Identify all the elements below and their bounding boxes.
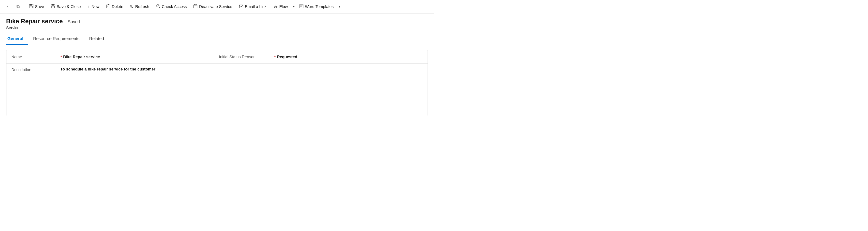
new-icon: +	[87, 4, 90, 9]
popup-button[interactable]: ⧉	[14, 2, 22, 11]
tab-general[interactable]: General	[6, 34, 28, 45]
word-templates-label: Word Templates	[305, 4, 334, 9]
tab-related-label: Related	[89, 36, 104, 41]
tabs-container: General Resource Requirements Related	[0, 30, 434, 45]
toolbar: ← ⧉ Save Save & Close + New	[0, 0, 434, 13]
description-value: To schedule a bike repair service for th…	[60, 67, 155, 71]
toolbar-separator-1	[24, 3, 24, 10]
flow-button[interactable]: ≫ Flow	[270, 2, 291, 11]
page-saved-status: - Saved	[65, 19, 80, 24]
svg-rect-15	[239, 5, 243, 8]
flow-chevron-icon: ▾	[293, 5, 294, 8]
svg-rect-4	[52, 4, 54, 5]
flow-dropdown-button[interactable]: ▾	[291, 3, 296, 10]
initial-status-value: Requested	[277, 55, 297, 59]
description-value-cell[interactable]: To schedule a bike repair service for th…	[56, 64, 428, 74]
svg-line-12	[159, 7, 160, 8]
initial-status-required-star: *	[274, 55, 276, 59]
email-link-label: Email a Link	[245, 4, 267, 9]
page-header: Bike Repair service - Saved Service	[0, 13, 434, 30]
word-templates-button-group: Word Templates ▾	[297, 2, 341, 11]
word-templates-chevron-icon: ▾	[339, 5, 340, 8]
tab-resource-requirements[interactable]: Resource Requirements	[32, 34, 84, 45]
form-row-description: Description To schedule a bike repair se…	[6, 64, 428, 88]
check-access-label: Check Access	[162, 4, 187, 9]
svg-rect-6	[107, 5, 110, 8]
form-section: Name * Bike Repair service Initial Statu…	[6, 50, 428, 116]
svg-rect-13	[194, 5, 197, 8]
deactivate-icon	[193, 4, 197, 9]
refresh-label: Refresh	[135, 4, 149, 9]
form-row-name: Name * Bike Repair service Initial Statu…	[6, 50, 428, 64]
initial-status-label-text: Initial Status Reason	[219, 55, 256, 59]
new-label: New	[92, 4, 100, 9]
save-label: Save	[35, 4, 44, 9]
svg-rect-2	[30, 6, 33, 8]
page-title: Bike Repair service	[6, 18, 63, 25]
refresh-icon: ↻	[130, 4, 134, 9]
description-label: Description	[6, 64, 56, 75]
email-link-icon	[239, 4, 243, 9]
new-button[interactable]: + New	[84, 2, 102, 11]
check-access-button[interactable]: Check Access	[153, 2, 190, 11]
tab-related[interactable]: Related	[88, 34, 109, 45]
initial-status-label: Initial Status Reason	[214, 50, 270, 63]
delete-button[interactable]: Delete	[103, 2, 127, 11]
back-icon: ←	[6, 4, 11, 9]
name-value-cell[interactable]: * Bike Repair service	[56, 50, 214, 63]
save-icon	[29, 4, 33, 9]
svg-rect-1	[30, 4, 32, 5]
flow-label: Flow	[280, 4, 288, 9]
form-spacer	[6, 88, 428, 113]
check-access-icon	[156, 4, 160, 9]
refresh-button[interactable]: ↻ Refresh	[127, 2, 152, 11]
popup-icon: ⧉	[17, 4, 20, 9]
word-templates-dropdown-button[interactable]: ▾	[337, 3, 341, 10]
save-close-label: Save & Close	[57, 4, 81, 9]
deactivate-label: Deactivate Service	[199, 4, 232, 9]
back-button[interactable]: ←	[4, 2, 13, 11]
word-templates-icon	[300, 4, 304, 9]
name-label: Name	[6, 50, 56, 63]
description-label-text: Description	[11, 67, 31, 72]
form-bottom-spacer	[6, 113, 428, 116]
svg-rect-5	[52, 6, 54, 8]
name-label-text: Name	[11, 55, 22, 59]
save-button[interactable]: Save	[26, 2, 47, 11]
email-link-button[interactable]: Email a Link	[236, 2, 270, 11]
flow-icon: ≫	[273, 4, 278, 9]
page-subtitle: Service	[6, 26, 428, 30]
flow-button-group: ≫ Flow ▾	[270, 2, 296, 11]
tab-general-label: General	[7, 36, 23, 41]
save-close-icon	[51, 4, 55, 9]
delete-label: Delete	[112, 4, 124, 9]
name-required-star: *	[60, 55, 62, 59]
tab-resource-requirements-label: Resource Requirements	[33, 36, 80, 41]
save-close-button[interactable]: Save & Close	[48, 2, 84, 11]
word-templates-button[interactable]: Word Templates	[297, 2, 337, 11]
delete-icon	[106, 4, 110, 9]
initial-status-value-cell[interactable]: * Requested	[270, 50, 428, 63]
deactivate-button[interactable]: Deactivate Service	[190, 2, 235, 11]
name-value: Bike Repair service	[63, 55, 100, 59]
